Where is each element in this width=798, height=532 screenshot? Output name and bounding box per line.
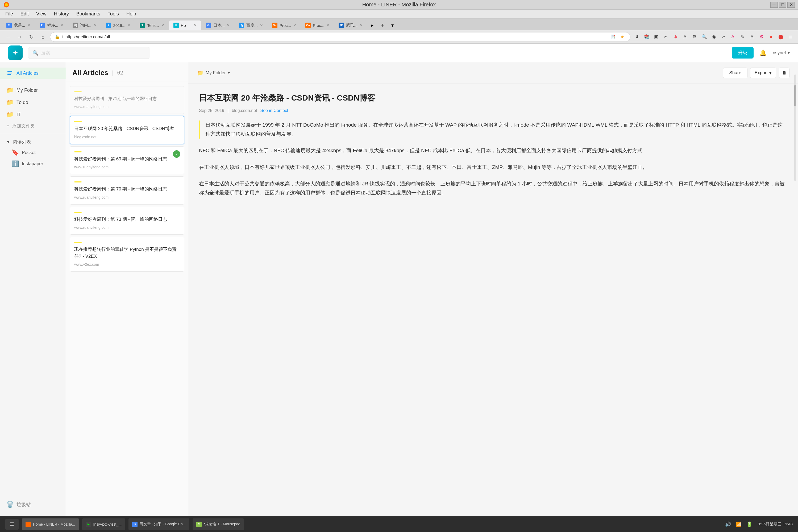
tab-10-close[interactable]: ✕ bbox=[326, 23, 329, 27]
tab-11-close[interactable]: ✕ bbox=[360, 23, 363, 27]
extension8[interactable]: A bbox=[747, 33, 757, 41]
menu-tools[interactable]: Tools bbox=[104, 10, 122, 18]
folder-label: My Folder bbox=[206, 70, 226, 76]
taskbar-item-mousepad[interactable]: M *未命名 1 - Mousepad bbox=[193, 518, 244, 530]
pocket-icon[interactable]: ⊕ bbox=[671, 33, 680, 41]
article-list-scrollbar[interactable] bbox=[794, 75, 796, 181]
tab-list-button[interactable]: ▾ bbox=[388, 20, 397, 30]
home-button[interactable]: ⌂ bbox=[38, 32, 48, 42]
extension10[interactable]: ● bbox=[766, 33, 776, 41]
tab-add-button[interactable]: + bbox=[378, 20, 387, 30]
network-icon[interactable]: 📶 bbox=[735, 520, 743, 529]
tab-1-close[interactable]: ✕ bbox=[27, 23, 31, 27]
tab-8-close[interactable]: ✕ bbox=[260, 23, 263, 27]
extension1[interactable]: A bbox=[680, 33, 689, 41]
sidebar-item-it[interactable]: 📁 IT bbox=[0, 109, 66, 121]
tab-8[interactable]: 百 百度... ✕ bbox=[234, 20, 267, 30]
address-bar-input[interactable]: 🔒 ℹ https://getliner.com/c/all ⋯ 📑 ★ bbox=[50, 32, 630, 42]
download-icon[interactable]: ⬇ bbox=[632, 33, 642, 41]
tab-9[interactable]: On Proc... ✕ bbox=[268, 20, 301, 30]
article-item-0[interactable]: 科技爱好者周刊：第71期·阮一峰的网络日志 www.ruanyifeng.com bbox=[70, 86, 184, 114]
article-item-5[interactable]: 现在推荐想转行业的童鞋学 Python 是不是很不负责任? - V2EX www… bbox=[70, 237, 184, 271]
extension4[interactable]: ◉ bbox=[709, 33, 718, 41]
tab-5-close[interactable]: ✕ bbox=[161, 23, 165, 27]
forward-button[interactable]: → bbox=[15, 32, 24, 42]
tab-3-close[interactable]: ✕ bbox=[94, 23, 97, 27]
bookmark-icon[interactable]: 📑 bbox=[609, 33, 617, 41]
paragraph-3: 在工业机器人领域，日本有好几家世界顶级工业机器人公司，包括发那科、安川、川崎重工… bbox=[199, 163, 787, 172]
liner-search[interactable]: 🔍 搜索 bbox=[28, 47, 150, 59]
sidebar-item-instapaper[interactable]: ℹ️ Instapaper bbox=[0, 158, 66, 169]
tab-6-active[interactable]: H Ho ✕ bbox=[169, 20, 201, 30]
tab-5[interactable]: T Tens... ✕ bbox=[135, 20, 168, 30]
article-item-2[interactable]: 科技爱好者周刊：第 69 期 - 阮一峰的网络日志 www.ruanyifeng… bbox=[70, 146, 184, 174]
menu-history[interactable]: History bbox=[51, 10, 72, 18]
tab-4-close[interactable]: ✕ bbox=[128, 23, 131, 27]
sidebar: All Articles 📁 My Folder 📁 To do 📁 IT bbox=[0, 62, 66, 516]
user-menu[interactable]: nsynet ▾ bbox=[773, 50, 790, 56]
browser-toolbar: ⬇ 📚 ▣ ✂ ⊕ A 汉 🔍 ◉ ↗ A ✎ A ⚙ ● ⬤ ≡ bbox=[632, 33, 795, 41]
taskbar-start-button[interactable]: ☰ bbox=[5, 519, 19, 530]
tab-7[interactable]: G 日本... ✕ bbox=[202, 20, 234, 30]
screenshot-icon[interactable]: ✂ bbox=[661, 33, 670, 41]
tab-10[interactable]: On Proc... ✕ bbox=[301, 20, 334, 30]
taskbar-item-liner[interactable]: Home - LINER - Mozilla... bbox=[22, 518, 79, 530]
my-folder-button[interactable]: 📁 My Folder ▾ bbox=[197, 70, 230, 76]
notification-button[interactable]: 🔔 bbox=[758, 48, 768, 58]
tab-11[interactable]: 腾 腾讯... ✕ bbox=[334, 20, 367, 30]
extension3[interactable]: 🔍 bbox=[700, 33, 709, 41]
extension9[interactable]: ⚙ bbox=[757, 33, 766, 41]
library-icon[interactable]: 📚 bbox=[642, 33, 651, 41]
tab-overflow-button[interactable]: ▸ bbox=[367, 20, 377, 30]
tab-4-favicon: 2 bbox=[106, 23, 111, 28]
delete-button[interactable]: 🗑 bbox=[779, 68, 790, 78]
sidebar-item-myfolder[interactable]: 📁 My Folder bbox=[0, 84, 66, 96]
tab-2[interactable]: C 程序... ✕ bbox=[35, 20, 68, 30]
pipe-divider: | bbox=[112, 70, 114, 76]
see-in-context-link[interactable]: See in Context bbox=[261, 108, 288, 113]
browser-menu-button[interactable]: ≡ bbox=[786, 33, 795, 41]
sidebar-item-todo[interactable]: 📁 To do bbox=[0, 96, 66, 109]
export-button[interactable]: Export ▾ bbox=[750, 68, 776, 78]
article-item-4[interactable]: 科技爱好者周刊：第 73 期 - 阮一峰的网络日志 www.ruanyifeng… bbox=[70, 207, 184, 235]
tab-7-close[interactable]: ✕ bbox=[227, 23, 230, 27]
extension2[interactable]: 汉 bbox=[690, 33, 699, 41]
add-folder-button[interactable]: + 添加文件夹 bbox=[0, 121, 66, 131]
tab-2-close[interactable]: ✕ bbox=[60, 23, 63, 27]
upgrade-button[interactable]: 升级 bbox=[732, 47, 754, 58]
share-button[interactable]: Share bbox=[723, 68, 747, 78]
sidebar-item-pocket[interactable]: 🔖 Pocket bbox=[0, 147, 66, 158]
sidebar-item-all-articles[interactable]: All Articles bbox=[0, 68, 66, 79]
taskbar-item-zhihu[interactable]: G 写文章 - 知乎 - Google Ch... bbox=[129, 518, 189, 530]
tab-6-close[interactable]: ✕ bbox=[194, 23, 197, 27]
menu-file[interactable]: File bbox=[2, 10, 16, 18]
menu-bookmarks[interactable]: Bookmarks bbox=[73, 10, 103, 18]
back-button[interactable]: ← bbox=[3, 32, 13, 42]
reading-list-header[interactable]: ▼ 阅读列表 bbox=[0, 137, 66, 147]
tab-1[interactable]: G 我是... ✕ bbox=[2, 20, 35, 30]
sound-icon[interactable]: 🔊 bbox=[724, 520, 732, 529]
tab-4[interactable]: 2 2019... ✕ bbox=[101, 20, 135, 30]
extension11[interactable]: ⬤ bbox=[776, 33, 785, 41]
close-button[interactable]: ✕ bbox=[787, 2, 795, 8]
refresh-button[interactable]: ↻ bbox=[26, 32, 36, 42]
maximize-button[interactable]: □ bbox=[779, 2, 786, 8]
menu-edit[interactable]: Edit bbox=[17, 10, 32, 18]
tab-3[interactable]: 询 询问... ✕ bbox=[68, 20, 101, 30]
sidebar-item-trash[interactable]: 🗑️ 垃圾站 bbox=[0, 498, 66, 511]
extension6[interactable]: A bbox=[728, 33, 737, 41]
star-icon[interactable]: ★ bbox=[619, 33, 626, 41]
article-item-1[interactable]: 日本互联网 20 年沧桑路 - CSDN资讯 - CSDN博客 blog.csd… bbox=[70, 116, 184, 144]
article-item-3[interactable]: 科技爱好者周刊：第 70 期 - 阮一峰的网络日志 www.ruanyifeng… bbox=[70, 176, 184, 205]
tab-9-close[interactable]: ✕ bbox=[293, 23, 296, 27]
taskbar-item-terminal[interactable]: ▶ [nsiy-pc:~/test_... bbox=[82, 518, 125, 530]
menu-help[interactable]: Help bbox=[123, 10, 139, 18]
menu-view[interactable]: View bbox=[33, 10, 50, 18]
reader-icon[interactable]: ⋯ bbox=[600, 33, 608, 41]
extension7[interactable]: ✎ bbox=[738, 33, 747, 41]
minimize-button[interactable]: ─ bbox=[770, 2, 778, 8]
battery-icon[interactable]: 🔋 bbox=[745, 520, 754, 529]
instapaper-icon: ℹ️ bbox=[12, 160, 19, 167]
sidebar-toggle[interactable]: ▣ bbox=[652, 33, 661, 41]
extension5[interactable]: ↗ bbox=[719, 33, 728, 41]
